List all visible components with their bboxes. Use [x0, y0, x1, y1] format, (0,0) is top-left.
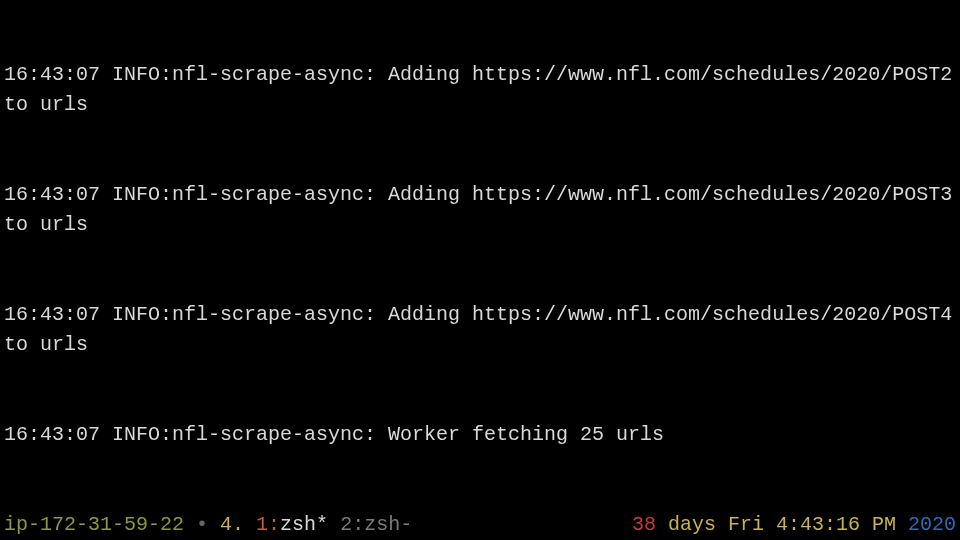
log-line: 16:43:07 INFO:nfl-scrape-async: Adding h…	[4, 180, 956, 240]
tmux-window-idle[interactable]: 2:zsh-	[340, 513, 412, 536]
status-right: 38 days Fri 4:43:16 PM 2020	[632, 510, 956, 540]
log-line: 16:43:07 INFO:nfl-scrape-async: Worker f…	[4, 420, 956, 450]
terminal[interactable]: 16:43:07 INFO:nfl-scrape-async: Adding h…	[0, 0, 960, 540]
status-hostname: ip-172-31-59-22	[4, 513, 184, 536]
tmux-window-active[interactable]: 1:zsh*	[256, 513, 328, 536]
terminal-scrollback[interactable]: 16:43:07 INFO:nfl-scrape-async: Adding h…	[0, 0, 960, 540]
tmux-status-bar: ip-172-31-59-22 • 4. 1:zsh* 2:zsh- 38 da…	[0, 510, 960, 540]
status-session: 4.	[220, 513, 244, 536]
window-name: zsh*	[280, 513, 328, 536]
status-separator: •	[196, 513, 220, 536]
window-name: zsh-	[364, 513, 412, 536]
log-line: 16:43:07 INFO:nfl-scrape-async: Adding h…	[4, 300, 956, 360]
status-uptime-value: 38	[632, 513, 656, 536]
status-year: 2020	[908, 513, 956, 536]
status-uptime-unit: days	[668, 513, 716, 536]
window-index: 1:	[256, 513, 280, 536]
status-clock: Fri 4:43:16 PM	[728, 513, 896, 536]
log-line: 16:43:07 INFO:nfl-scrape-async: Adding h…	[4, 60, 956, 120]
window-index: 2:	[340, 513, 364, 536]
